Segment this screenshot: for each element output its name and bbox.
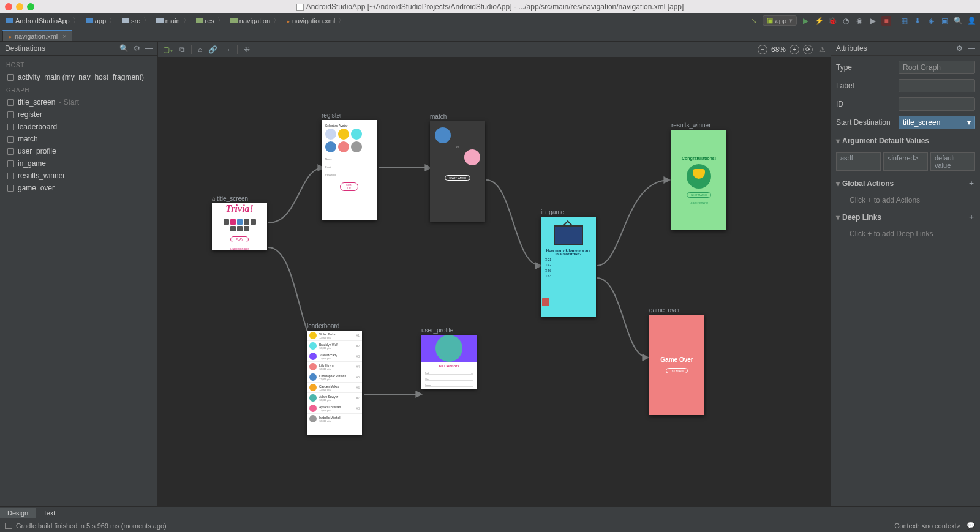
node-register[interactable]: register Select an Avatar Name Email Pas… [322,112,377,220]
type-field[interactable]: Root Graph [899,61,975,74]
zoom-window-button[interactable] [27,3,34,10]
avd-manager-icon[interactable]: ▦ [899,16,909,26]
apply-changes-icon[interactable]: ⚡ [814,16,824,26]
navigation-canvas[interactable]: ⌂title_screen Trivia! PLAY LEADERBOARD r… [158,58,831,506]
node-in-game[interactable]: in_game How many kilometers are in a mar… [541,209,596,317]
game-over-text: Game Over [660,356,693,363]
host-item[interactable]: activity_main (my_nav_host_fragment) [4,71,154,83]
debug-icon[interactable]: 🐞 [827,16,837,26]
text-tab[interactable]: Text [36,508,62,518]
crumb-res[interactable]: res〉 [194,16,227,25]
dest-item-register[interactable]: register [4,108,154,121]
node-match[interactable]: match vs START MATCH [430,113,485,222]
gear-icon[interactable]: ⚙ [134,44,140,53]
folder-icon [230,18,238,23]
gear-icon[interactable]: ⚙ [956,44,963,53]
design-text-tabs: Design Text [0,506,980,519]
dest-item-in_game[interactable]: in_game [4,157,154,170]
project-icon [6,18,13,23]
id-field[interactable] [899,97,975,111]
stop-icon[interactable]: ■ [881,16,891,26]
warnings-icon[interactable]: ⚠ [819,45,826,54]
tool-window-icon[interactable] [5,523,12,529]
status-message: Gradle build finished in 5 s 969 ms (mom… [16,522,167,530]
profile-avatar [435,335,462,362]
folder-icon [122,18,129,23]
module-icon [86,18,93,23]
arguments-header[interactable]: Argument Default Values [842,137,929,145]
crumb-main[interactable]: main〉 [154,16,192,25]
label-field[interactable] [899,79,975,92]
layout-icon [7,136,14,143]
search-icon[interactable]: 🔍 [119,44,129,53]
dest-item-results_winner[interactable]: results_winner [4,170,154,182]
dest-item-title_screen[interactable]: title_screen - Start [4,96,154,108]
editor-tab-navigation[interactable]: ⬥ navigation.xml × [2,30,72,41]
add-deeplink-button[interactable]: ＋ [968,212,975,222]
play-pill: PLAY [230,236,249,242]
user-icon[interactable]: 👤 [967,16,976,26]
panel-title: Destinations [5,44,45,53]
add-action-button[interactable]: ＋ [968,178,975,189]
try-again-pill: TRY AGAIN [666,368,687,373]
deep-links-header[interactable]: Deep Links [842,213,881,222]
close-tab-icon[interactable]: × [62,32,66,40]
action-icon[interactable]: → [224,45,231,54]
crumb-module[interactable]: app〉 [83,16,118,25]
layout-inspector-icon[interactable]: ▣ [940,16,949,26]
dest-item-game_over[interactable]: game_over [4,182,154,194]
dest-item-user_profile[interactable]: user_profile [4,145,154,157]
xml-icon: ⬥ [286,17,290,24]
start-destination-select[interactable]: title_screen▾ [899,116,975,129]
arg-default[interactable]: default value [930,152,975,171]
run-icon[interactable]: ▶ [801,16,810,26]
destinations-panel: Destinations 🔍 ⚙ — HOST activity_main (m… [0,42,158,506]
search-everywhere-icon[interactable]: 🔍 [953,16,963,26]
minimize-icon[interactable]: — [145,44,153,53]
coverage-icon[interactable]: ▶ [868,16,878,26]
layout-icon [7,173,14,179]
editor-tabs: ⬥ navigation.xml × [0,28,980,42]
start-dest-label: Start Destination [836,118,895,127]
auto-arrange-icon[interactable]: ⁜ [244,45,250,54]
link-icon[interactable]: 🔗 [208,45,217,54]
node-leaderboard[interactable]: leaderboard Violet Parks12,000 pts#1Broo… [307,323,362,435]
node-user-profile[interactable]: user_profile Ali Connors Rank— Wins— Los… [421,327,477,389]
run-configuration-selector[interactable]: ▣app▾ [763,15,797,26]
zoom-out-icon[interactable]: − [758,45,767,54]
crumb-project[interactable]: AndroidStudioApp〉 [4,16,82,25]
file-icon [296,4,304,11]
arg-type[interactable]: <inferred> [883,152,928,171]
node-game-over[interactable]: game_over Game Over TRY AGAIN [649,307,704,415]
crumb-src[interactable]: src〉 [119,16,153,25]
make-project-icon[interactable]: ↘ [749,16,759,26]
arg-name[interactable]: asdf [836,152,881,171]
zoom-in-icon[interactable]: + [790,45,799,54]
zoom-fit-icon[interactable]: ⟳ [803,45,813,54]
minimize-window-button[interactable] [16,3,23,10]
dest-item-match[interactable]: match [4,133,154,145]
global-actions-header[interactable]: Global Actions [842,179,894,188]
notification-icon[interactable]: 💬 [967,522,975,530]
congrats-text: Congratulations! [682,156,716,160]
dest-item-leaderboard[interactable]: leaderboard [4,121,154,133]
new-destination-icon[interactable]: ▢₊ [163,45,173,54]
resource-manager-icon[interactable]: ◈ [926,16,936,26]
layout-icon [7,148,14,155]
folder-icon [156,18,164,23]
nested-graph-icon[interactable]: ⧉ [179,45,185,54]
node-title-screen[interactable]: ⌂title_screen Trivia! PLAY LEADERBOARD [212,195,267,250]
profile-name: Ali Connors [421,362,477,370]
design-tab[interactable]: Design [0,508,36,518]
close-window-button[interactable] [5,3,12,10]
leaderboard-link: LEADERBOARD [230,247,249,250]
crumb-navigation[interactable]: navigation〉 [228,16,282,25]
context-label[interactable]: Context: <no context> [894,522,960,530]
node-results-winner[interactable]: results_winner Congratulations! NEXT MAT… [671,122,726,230]
profile-icon[interactable]: ◔ [841,16,851,26]
minimize-icon[interactable]: — [968,44,975,53]
home-icon[interactable]: ⌂ [198,45,202,54]
attach-debugger-icon[interactable]: ◉ [854,16,864,26]
crumb-file[interactable]: ⬥navigation.xml〉 [284,16,347,25]
sdk-manager-icon[interactable]: ⬇ [913,16,922,26]
